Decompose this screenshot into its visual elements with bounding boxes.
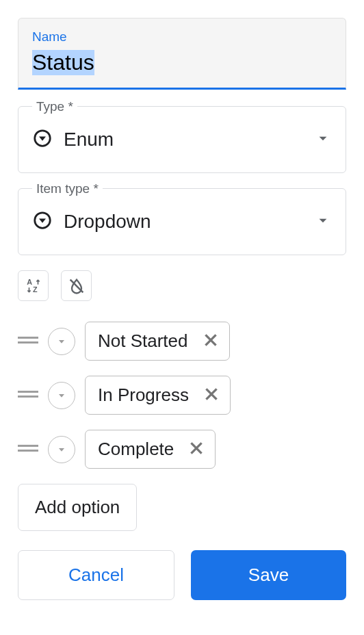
drag-handle-icon[interactable] bbox=[18, 441, 38, 458]
option-label: In Progress bbox=[98, 385, 189, 406]
chevron-down-icon bbox=[314, 129, 332, 150]
option-chip[interactable]: Complete bbox=[85, 430, 216, 469]
drag-handle-icon[interactable] bbox=[18, 387, 38, 404]
sort-az-button[interactable]: A Z bbox=[18, 270, 49, 301]
svg-text:A: A bbox=[27, 277, 32, 285]
option-color-picker[interactable] bbox=[48, 436, 75, 463]
item-type-value: Dropdown bbox=[64, 211, 303, 233]
remove-option-icon[interactable] bbox=[202, 331, 220, 352]
option-color-picker[interactable] bbox=[48, 328, 75, 355]
item-type-select[interactable]: Item type * Dropdown bbox=[18, 188, 346, 255]
option-label: Not Started bbox=[98, 331, 188, 352]
option-chip[interactable]: In Progress bbox=[85, 376, 231, 415]
options-toolbar: A Z bbox=[18, 270, 346, 301]
type-label: Type * bbox=[32, 99, 77, 114]
svg-marker-1 bbox=[39, 137, 46, 141]
option-row: Complete bbox=[18, 430, 346, 469]
svg-rect-9 bbox=[18, 337, 38, 339]
type-select[interactable]: Type * Enum bbox=[18, 106, 346, 173]
chevron-down-icon bbox=[314, 211, 332, 232]
option-chip[interactable]: Not Started bbox=[85, 322, 230, 361]
name-value[interactable]: Status bbox=[32, 50, 94, 75]
svg-rect-20 bbox=[18, 450, 38, 452]
svg-marker-21 bbox=[59, 448, 64, 452]
option-label: Complete bbox=[98, 439, 174, 460]
add-option-button[interactable]: Add option bbox=[18, 484, 137, 531]
type-value: Enum bbox=[64, 129, 303, 151]
enum-type-icon bbox=[32, 128, 53, 151]
option-row: In Progress bbox=[18, 376, 346, 415]
svg-rect-19 bbox=[18, 445, 38, 447]
remove-option-icon[interactable] bbox=[187, 439, 205, 460]
svg-rect-10 bbox=[18, 341, 38, 344]
option-row: Not Started bbox=[18, 322, 346, 361]
save-button[interactable]: Save bbox=[191, 550, 346, 600]
footer-actions: Cancel Save bbox=[18, 550, 346, 600]
svg-text:Z: Z bbox=[32, 285, 37, 293]
svg-rect-15 bbox=[18, 396, 38, 398]
item-type-label: Item type * bbox=[32, 181, 103, 196]
name-label: Name bbox=[32, 29, 332, 44]
name-field[interactable]: Name Status bbox=[18, 18, 346, 90]
cancel-button[interactable]: Cancel bbox=[18, 550, 174, 600]
dropdown-type-icon bbox=[32, 210, 53, 233]
svg-marker-2 bbox=[320, 137, 327, 140]
svg-marker-16 bbox=[59, 394, 64, 398]
color-off-button[interactable] bbox=[61, 270, 92, 301]
svg-marker-4 bbox=[39, 219, 46, 223]
svg-marker-5 bbox=[320, 219, 327, 222]
remove-option-icon[interactable] bbox=[203, 385, 220, 406]
svg-marker-11 bbox=[59, 340, 64, 344]
drag-handle-icon[interactable] bbox=[18, 333, 38, 350]
svg-rect-14 bbox=[18, 391, 38, 393]
option-color-picker[interactable] bbox=[48, 382, 75, 409]
